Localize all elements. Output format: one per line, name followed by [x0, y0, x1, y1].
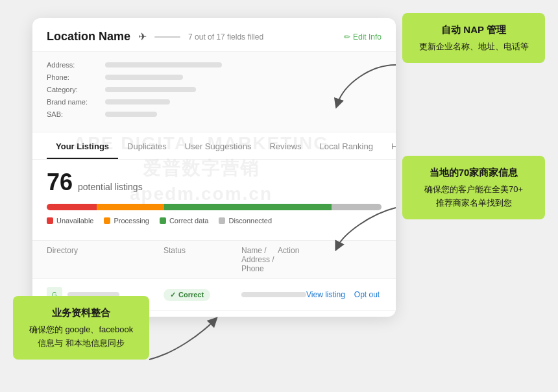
listings-label: potential listings [78, 182, 143, 192]
edit-info-label: Edit Info [353, 32, 382, 42]
location-name: Location Name [47, 30, 130, 43]
legend-label-disconnected: Disconnected [228, 217, 272, 225]
view-listing-link[interactable]: View listing [306, 290, 345, 299]
table-header: Directory Status Name / Address / Phone … [32, 240, 396, 279]
td-nap [241, 292, 306, 297]
annotation-bottom-left: 业务资料整合 确保您的 google、facebook 信息与 和本地信息同步 [13, 296, 149, 360]
legend-row: Unavailable Processing Correct data Disc… [47, 217, 382, 225]
legend-unavailable: Unavailable [47, 217, 93, 225]
nap-bar [241, 292, 306, 297]
td-action: View listing Opt out [306, 290, 396, 299]
brand-field-row: Brand name: [47, 98, 382, 106]
annotation-bottom-left-title: 业务资料整合 [25, 305, 138, 321]
arrow-bottom-left [143, 314, 221, 366]
action-links: View listing Opt out [306, 290, 396, 299]
main-card: Location Name ✈ 7 out of 17 fields fille… [32, 18, 396, 317]
check-icon: ✓ [170, 291, 176, 299]
progress-bar [47, 204, 382, 210]
category-field-row: Category: [47, 86, 382, 93]
legend-dot-processing [104, 217, 110, 224]
annotation-top-right: 自动 NAP 管理 更新企业名称、地址、电话等 [402, 13, 545, 63]
annotation-mid-right: 当地的70家商家信息 确保您的客户能在全美70+ 推荐商家名单找到您 [402, 156, 545, 219]
tab-your-listings[interactable]: Your Listings [47, 132, 118, 159]
legend-label-correct: Correct data [169, 217, 209, 225]
brand-label: Brand name: [47, 98, 99, 106]
bar-disconnected [332, 204, 382, 210]
pencil-icon: ✏ [344, 32, 350, 42]
th-action: Action [278, 246, 382, 273]
fields-divider [154, 36, 180, 38]
legend-label-unavailable: Unavailable [56, 217, 93, 225]
annotation-top-right-title: 自动 NAP 管理 [414, 22, 533, 38]
phone-label: Phone: [47, 73, 99, 81]
listings-section: 76 potential listings Unavailable Proces… [32, 160, 396, 240]
sab-label: SAB: [47, 110, 99, 118]
listings-count: 76 potential listings [47, 169, 382, 196]
legend-dot-disconnected [219, 217, 225, 224]
tab-reviews[interactable]: Reviews [260, 132, 310, 159]
status-label: Correct [178, 291, 204, 299]
address-bar [105, 62, 222, 67]
tab-duplicates[interactable]: Duplicates [118, 132, 176, 159]
address-label: Address: [47, 61, 99, 69]
legend-correct: Correct data [160, 217, 209, 225]
bar-processing [97, 204, 164, 210]
listings-number: 76 [47, 169, 73, 196]
fields-section: Address: Phone: Category: Brand name: SA… [32, 52, 396, 132]
address-field-row: Address: [47, 61, 382, 69]
tab-heatmap[interactable]: Heatmap [382, 132, 396, 159]
th-status: Status [164, 246, 241, 273]
annotation-mid-right-title: 当地的70家商家信息 [414, 165, 533, 180]
annotation-top-right-body: 更新企业名称、地址、电话等 [414, 40, 533, 54]
th-directory: Directory [47, 246, 164, 273]
legend-processing: Processing [104, 217, 149, 225]
th-nap: Name / Address / Phone [241, 246, 278, 273]
annotation-mid-right-body: 确保您的客户能在全美70+ 推荐商家名单找到您 [414, 183, 533, 210]
phone-bar [105, 75, 183, 80]
status-badge: ✓ Correct [164, 289, 210, 301]
location-icon: ✈ [138, 31, 147, 43]
category-label: Category: [47, 86, 99, 93]
legend-dot-unavailable [47, 217, 53, 224]
opt-out-link[interactable]: Opt out [354, 290, 380, 299]
category-bar [105, 87, 196, 92]
tab-user-suggestions[interactable]: User Suggestions [176, 132, 261, 159]
bar-unavailable [47, 204, 97, 210]
sab-bar [105, 112, 157, 117]
sab-field-row: SAB: [47, 110, 382, 118]
card-header: Location Name ✈ 7 out of 17 fields fille… [32, 18, 396, 52]
legend-dot-correct [160, 217, 166, 224]
fields-filled: 7 out of 17 fields filled [188, 32, 263, 42]
legend-disconnected: Disconnected [219, 217, 272, 225]
tabs-row: Your Listings Duplicates User Suggestion… [32, 132, 396, 160]
bar-correct [164, 204, 332, 210]
annotation-bottom-left-body: 确保您的 google、facebook 信息与 和本地信息同步 [25, 323, 138, 350]
legend-label-processing: Processing [114, 217, 149, 225]
edit-info-link[interactable]: ✏ Edit Info [344, 32, 382, 42]
phone-field-row: Phone: [47, 73, 382, 81]
td-status: ✓ Correct [164, 289, 241, 301]
tab-local-ranking[interactable]: Local Ranking [311, 132, 382, 159]
brand-bar [105, 99, 170, 104]
